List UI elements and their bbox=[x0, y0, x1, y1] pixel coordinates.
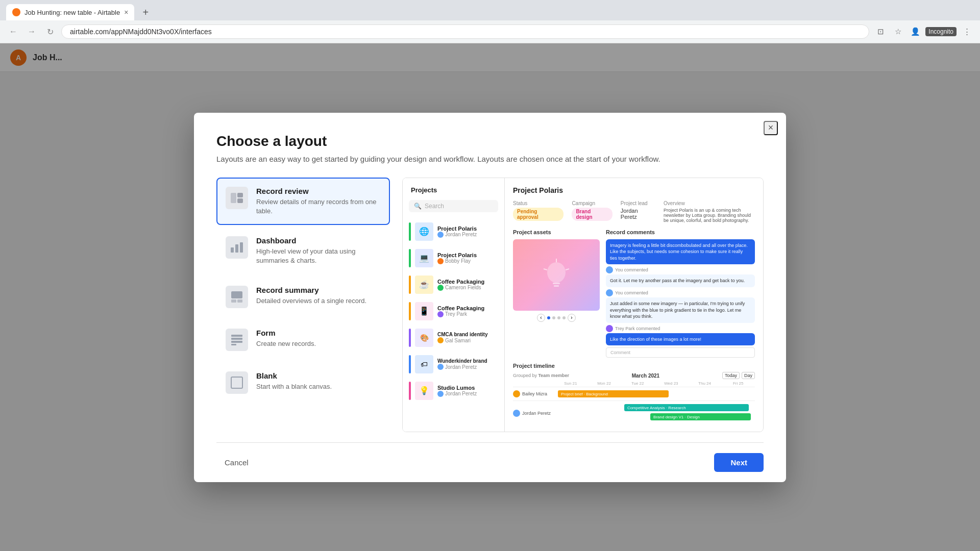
modal-body: Record review Review details of many rec… bbox=[216, 178, 764, 433]
browser-chrome: Job Hunting: new table - Airtable × + ← … bbox=[0, 0, 980, 43]
menu-icon[interactable]: ⋮ bbox=[960, 24, 974, 39]
record-summary-icon bbox=[226, 286, 248, 308]
preview-record-3: ☕ Coffee Packaging Cameron Fields bbox=[403, 271, 504, 298]
search-icon: 🔍 bbox=[414, 203, 422, 210]
bookmark-icon[interactable]: ☆ bbox=[891, 24, 905, 39]
tab-bar: Job Hunting: new table - Airtable × + bbox=[0, 0, 980, 20]
comment-1: Imagery is feeling a little bit discombo… bbox=[606, 239, 755, 265]
record-review-desc: Review details of many records from one … bbox=[256, 197, 381, 216]
new-tab-button[interactable]: + bbox=[138, 5, 153, 19]
tab-close-button[interactable]: × bbox=[124, 8, 128, 16]
page-background: A Job H... × Choose a layout Layouts are… bbox=[0, 43, 980, 551]
svg-rect-4 bbox=[235, 244, 238, 253]
form-icon bbox=[226, 329, 248, 351]
preview-timeline: Project timeline Grouped by Team member … bbox=[513, 363, 755, 423]
layout-item-record-summary[interactable]: Record summary Detailed overviews of a s… bbox=[216, 277, 390, 317]
svg-rect-9 bbox=[231, 335, 242, 337]
record-review-icon bbox=[226, 187, 248, 209]
preview-detail-title: Project Polaris bbox=[513, 186, 755, 194]
preview-inner: Projects 🔍 Search 🌐 bbox=[403, 178, 763, 432]
active-tab[interactable]: Job Hunting: new table - Airtable × bbox=[6, 4, 134, 20]
modal-title: Choose a layout bbox=[216, 133, 764, 149]
record-review-info: Record review Review details of many rec… bbox=[256, 187, 381, 216]
modal-footer: Cancel Next bbox=[216, 442, 764, 482]
form-desc: Create new records. bbox=[256, 339, 316, 348]
layout-list: Record review Review details of many rec… bbox=[216, 178, 390, 433]
next-button[interactable]: Next bbox=[714, 453, 764, 472]
back-button[interactable]: ← bbox=[6, 24, 20, 39]
layout-item-form[interactable]: Form Create new records. bbox=[216, 319, 390, 360]
cancel-button[interactable]: Cancel bbox=[216, 454, 257, 471]
form-info: Form Create new records. bbox=[256, 329, 316, 348]
form-name: Form bbox=[256, 329, 316, 337]
svg-rect-3 bbox=[231, 247, 234, 253]
address-bar[interactable]: airtable.com/appNMajdd0Nt3vo0X/interface… bbox=[61, 24, 869, 39]
cast-icon[interactable]: ⊡ bbox=[873, 24, 888, 39]
svg-point-14 bbox=[547, 262, 566, 283]
preview-record-2: 💻 Project Polaris Bobby Flay bbox=[403, 245, 504, 271]
svg-line-19 bbox=[544, 269, 547, 270]
svg-rect-7 bbox=[231, 299, 236, 303]
search-placeholder: Search bbox=[425, 203, 444, 210]
comment-3: Just added in some new imagery — in part… bbox=[606, 297, 755, 323]
modal-subtitle: Layouts are an easy way to get started b… bbox=[216, 155, 764, 163]
refresh-button[interactable]: ↻ bbox=[43, 24, 57, 39]
svg-rect-1 bbox=[237, 193, 243, 197]
blank-info: Blank Start with a blank canvas. bbox=[256, 371, 332, 391]
dashboard-info: Dashboard High-level view of your data u… bbox=[256, 236, 381, 265]
preview-detail-panel: Project Polaris Status Pending approval … bbox=[505, 178, 763, 432]
preview-record-5: 🎨 CMCA brand identity Gal Samari bbox=[403, 324, 504, 351]
tab-title: Job Hunting: new table - Airtable bbox=[24, 9, 120, 16]
svg-rect-0 bbox=[231, 193, 236, 203]
layout-preview: Projects 🔍 Search 🌐 bbox=[402, 178, 764, 433]
preview-record-6: 🏷 Wunderkinder brand Jordan Peretz bbox=[403, 351, 504, 378]
comment-4: Like the direction of these images a lot… bbox=[606, 333, 755, 346]
profile-icon[interactable]: 👤 bbox=[908, 24, 922, 39]
dashboard-name: Dashboard bbox=[256, 236, 381, 245]
incognito-badge: Incognito bbox=[925, 27, 957, 36]
layout-item-dashboard[interactable]: Dashboard High-level view of your data u… bbox=[216, 227, 390, 274]
comment-2: Got it. Let me try another pass at the i… bbox=[606, 274, 755, 287]
svg-rect-15 bbox=[553, 283, 560, 284]
layout-item-blank[interactable]: Blank Start with a blank canvas. bbox=[216, 362, 390, 403]
preview-record-7: 💡 Studio Lumos Jordan Peretz bbox=[403, 378, 504, 404]
tab-favicon bbox=[12, 8, 20, 16]
preview-sidebar-header: Projects bbox=[403, 186, 504, 200]
preview-image bbox=[513, 239, 600, 311]
modal-close-button[interactable]: × bbox=[764, 121, 778, 135]
svg-rect-12 bbox=[231, 344, 236, 345]
preview-search: 🔍 Search bbox=[409, 200, 498, 212]
blank-icon bbox=[226, 371, 248, 394]
preview-record-1: 🌐 Project Polaris Jordan Peretz bbox=[403, 218, 504, 245]
svg-rect-2 bbox=[237, 198, 243, 203]
record-review-name: Record review bbox=[256, 187, 381, 195]
preview-fields: Status Pending approval Campaign Brand d… bbox=[513, 201, 755, 223]
blank-desc: Start with a blank canvas. bbox=[256, 382, 332, 391]
browser-nav-icons: ⊡ ☆ 👤 Incognito ⋮ bbox=[873, 24, 974, 39]
preview-app: Projects 🔍 Search 🌐 bbox=[403, 178, 763, 432]
svg-rect-10 bbox=[231, 338, 242, 340]
layout-item-record-review[interactable]: Record review Review details of many rec… bbox=[216, 178, 390, 225]
dashboard-icon bbox=[226, 236, 248, 259]
record-summary-info: Record summary Detailed overviews of a s… bbox=[256, 286, 366, 306]
svg-line-18 bbox=[566, 269, 569, 270]
svg-rect-6 bbox=[231, 291, 242, 298]
svg-rect-5 bbox=[240, 242, 243, 253]
svg-rect-13 bbox=[231, 377, 242, 388]
record-summary-name: Record summary bbox=[256, 286, 366, 294]
nav-bar: ← → ↻ airtable.com/appNMajdd0Nt3vo0X/int… bbox=[0, 20, 980, 43]
svg-rect-16 bbox=[554, 285, 559, 287]
choose-layout-modal: × Choose a layout Layouts are an easy wa… bbox=[194, 113, 786, 483]
record-summary-desc: Detailed overviews of a single record. bbox=[256, 296, 366, 306]
modal-overlay: × Choose a layout Layouts are an easy wa… bbox=[0, 43, 980, 551]
preview-sidebar: Projects 🔍 Search 🌐 bbox=[403, 178, 505, 432]
svg-rect-8 bbox=[237, 299, 242, 303]
preview-record-4: 📱 Coffee Packaging Trey Park bbox=[403, 298, 504, 324]
forward-button[interactable]: → bbox=[24, 24, 39, 39]
blank-name: Blank bbox=[256, 371, 332, 380]
preview-assets-comments: Project assets bbox=[513, 229, 755, 358]
svg-rect-11 bbox=[231, 341, 242, 343]
preview-comments: Record comments Imagery is feeling a lit… bbox=[606, 229, 755, 358]
dashboard-desc: High-level view of your data using summa… bbox=[256, 247, 381, 265]
